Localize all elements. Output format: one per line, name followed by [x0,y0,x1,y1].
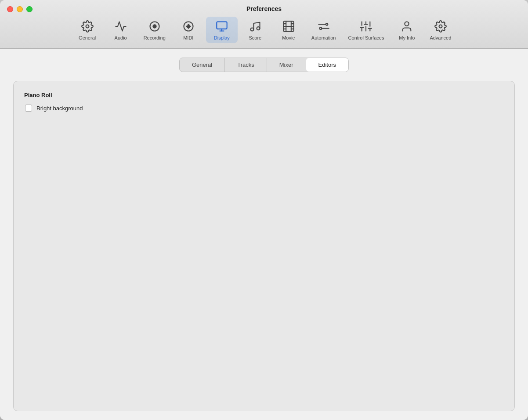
toolbar-item-audio[interactable]: Audio [105,17,137,43]
toolbar-label-my-info: My Info [399,35,415,40]
svg-point-31 [405,22,409,26]
toolbar-item-control-surfaces[interactable]: Control Surfaces [343,17,389,43]
display-icon [215,19,229,33]
content-area: General Tracks Mixer Editors Piano Roll … [0,49,528,420]
advanced-icon [434,19,448,33]
toolbar-label-advanced: Advanced [430,35,451,40]
maximize-button[interactable] [26,6,33,12]
recording-icon [148,19,162,33]
gear-icon [80,19,94,33]
bright-background-row: Bright background [25,105,504,112]
svg-rect-5 [217,22,227,29]
toolbar-item-score[interactable]: Score [239,17,271,43]
toolbar-label-score: Score [249,35,261,40]
toolbar-item-midi[interactable]: MIDI [173,17,204,43]
toolbar-item-display[interactable]: Display [206,17,238,43]
tab-general[interactable]: General [180,58,225,72]
tab-editors[interactable]: Editors [306,58,348,72]
toolbar-item-recording[interactable]: Recording [138,17,171,43]
svg-point-2 [152,24,156,28]
toolbar-label-automation: Automation [311,35,336,40]
svg-point-8 [250,28,253,31]
close-button[interactable] [7,6,13,12]
toolbar-label-recording: Recording [144,35,166,40]
toolbar-item-automation[interactable]: Automation [306,17,341,43]
control-surfaces-icon [359,19,373,33]
tab-mixer[interactable]: Mixer [267,58,306,72]
score-icon [248,19,262,33]
toolbar-label-control-surfaces: Control Surfaces [348,35,384,40]
traffic-lights [7,6,33,12]
automation-icon [317,19,331,33]
toolbar-label-movie: Movie [282,35,295,40]
svg-point-0 [86,25,89,28]
titlebar: Preferences General Audio [0,0,528,49]
midi-icon [181,19,195,33]
toolbar-item-movie[interactable]: Movie [273,17,304,43]
minimize-button[interactable] [17,6,23,12]
movie-icon [282,19,296,33]
my-info-icon [400,19,414,33]
bright-background-label: Bright background [36,105,83,112]
svg-point-32 [439,25,442,28]
svg-point-9 [257,27,260,30]
toolbar: General Audio Recording [72,17,457,45]
tab-bar: General Tracks Mixer Editors [179,58,349,72]
piano-roll-section-title: Piano Roll [24,92,504,98]
toolbar-label-display: Display [214,35,230,40]
toolbar-label-audio: Audio [115,35,127,40]
preferences-window: Preferences General Audio [0,0,528,420]
audio-icon [114,19,128,33]
settings-panel: Piano Roll Bright background [13,81,515,411]
window-title: Preferences [246,5,282,12]
toolbar-label-midi: MIDI [183,35,193,40]
tab-tracks[interactable]: Tracks [225,58,267,72]
toolbar-item-my-info[interactable]: My Info [391,17,423,43]
toolbar-item-general[interactable]: General [72,17,103,43]
bright-background-checkbox[interactable] [25,105,32,112]
toolbar-item-advanced[interactable]: Advanced [424,17,456,43]
toolbar-label-general: General [79,35,96,40]
